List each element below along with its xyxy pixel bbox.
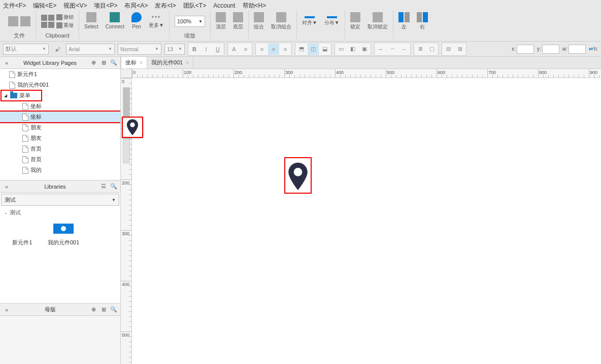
w-input[interactable] <box>569 45 586 54</box>
text-color-button[interactable]: A <box>228 44 240 55</box>
copy-icon[interactable] <box>48 15 54 21</box>
tree-item[interactable]: 新元件1 <box>0 69 120 80</box>
align-left-icon[interactable] <box>398 12 410 22</box>
widget-align-button[interactable]: ⊟ <box>443 44 454 55</box>
selected-widget-pin[interactable] <box>284 157 312 194</box>
menu-edit[interactable]: 编辑<E> <box>33 2 56 10</box>
align-right-icon[interactable] <box>417 12 428 22</box>
open-file-icon[interactable] <box>20 16 30 26</box>
undo-button[interactable]: 撤销 <box>56 14 74 21</box>
bold-button[interactable]: B <box>189 44 200 55</box>
menu-account[interactable]: Account <box>213 2 235 9</box>
distribute-icon[interactable] <box>327 16 337 18</box>
tree-item[interactable]: 首页 <box>0 154 120 165</box>
x-input[interactable] <box>517 45 534 54</box>
libraries-panel: 测试▼ ⌄测试 新元件1 我的元件001 <box>0 193 120 303</box>
tab[interactable]: 我的元件001× <box>147 56 193 68</box>
italic-button[interactable]: I <box>201 44 212 55</box>
menu-publish[interactable]: 发布<I> <box>155 2 176 10</box>
tab-active[interactable]: 坐标× <box>121 56 147 68</box>
halign-right-button[interactable]: ≡ <box>280 44 291 55</box>
menu-team[interactable]: 团队<T> <box>183 2 206 10</box>
pen-icon[interactable] <box>131 12 142 22</box>
collapse-icon[interactable]: « <box>3 183 10 190</box>
menu-help[interactable]: 帮助<H> <box>243 2 266 10</box>
search-icon[interactable]: 🔍 <box>110 59 117 66</box>
library-select[interactable]: 测试▼ <box>1 194 119 206</box>
add-folder-icon[interactable]: ⊞ <box>100 306 107 313</box>
menu-file[interactable]: 文件<F> <box>3 2 26 10</box>
add-master-icon[interactable]: ⊕ <box>90 306 97 313</box>
search-icon[interactable]: 🔍 <box>110 183 117 190</box>
tree-item[interactable]: 首页 <box>0 143 120 154</box>
lock-icon[interactable] <box>350 12 360 22</box>
style-combo[interactable]: 默认▼ <box>3 44 49 55</box>
paint-format-icon[interactable]: 🖌 <box>52 44 63 55</box>
valign-top-button[interactable]: ⬒ <box>296 44 307 55</box>
tree-item[interactable]: 朋友 <box>0 133 120 143</box>
canvas[interactable] <box>132 78 601 364</box>
menu-arrange[interactable]: 布局<A> <box>124 2 148 10</box>
line-style-button[interactable]: ┄ <box>387 44 398 55</box>
tree-item[interactable]: 坐标 <box>0 101 120 112</box>
valign-bottom-button[interactable]: ⬓ <box>319 44 330 55</box>
bullets-button[interactable]: ≡ <box>240 44 251 55</box>
library-group[interactable]: ⌄测试 <box>0 207 120 219</box>
widget-dist-button[interactable]: ⊞ <box>454 44 465 55</box>
tree-folder-menu[interactable]: ◢菜单 <box>1 90 42 101</box>
collapse-icon[interactable]: « <box>3 306 10 313</box>
connect-icon[interactable] <box>110 12 120 22</box>
libraries-panel-header: « Libraries ☰ 🔍 <box>0 180 120 193</box>
padding-button[interactable]: ▢ <box>426 44 438 55</box>
zoom-combo[interactable]: 100%▼ <box>175 16 205 27</box>
line-width-button[interactable]: ─ <box>375 44 386 55</box>
fill-button[interactable]: ▭ <box>336 44 347 55</box>
line-spacing-button[interactable]: ≣ <box>415 44 426 55</box>
size-combo[interactable]: 13▼ <box>164 44 185 55</box>
close-icon[interactable]: × <box>140 60 143 65</box>
coord-x: x: <box>512 45 534 54</box>
horizontal-ruler[interactable]: 0100200300400500600700800900 <box>132 69 601 78</box>
drag-preview-pin[interactable] <box>122 117 143 138</box>
tree-item[interactable]: 我的 <box>0 165 120 175</box>
gradient-button[interactable]: ◧ <box>347 44 358 55</box>
toolbar-zoom-group: 100%▼ 缩放 <box>170 11 211 39</box>
font-combo[interactable]: Arial▼ <box>66 44 115 55</box>
align-icon[interactable] <box>305 16 315 18</box>
cut-icon[interactable] <box>41 15 47 21</box>
duplicate-icon[interactable] <box>48 22 54 28</box>
collapse-icon[interactable]: « <box>3 59 10 66</box>
menu-project[interactable]: 项目<P> <box>94 2 117 10</box>
tree-item[interactable]: 朋友 <box>0 122 120 133</box>
ungroup-icon[interactable] <box>276 12 286 22</box>
y-input[interactable] <box>542 45 559 54</box>
shadow-button[interactable]: ▣ <box>359 44 370 55</box>
weight-combo[interactable]: Normal▼ <box>118 44 161 55</box>
search-icon[interactable]: 🔍 <box>110 306 117 313</box>
valign-middle-button[interactable]: ◫ <box>308 44 319 55</box>
add-folder-icon[interactable]: ⊞ <box>100 59 107 66</box>
add-page-icon[interactable]: ⊕ <box>90 59 97 66</box>
new-file-icon[interactable] <box>8 16 18 26</box>
paste-icon[interactable] <box>41 22 47 28</box>
menu-view[interactable]: 视图<V> <box>63 2 87 10</box>
select-icon[interactable] <box>86 12 96 22</box>
more-icon[interactable]: ••• <box>152 14 161 21</box>
redo-button[interactable]: 重做 <box>56 22 74 29</box>
close-icon[interactable]: × <box>186 60 189 65</box>
send-back-icon[interactable] <box>233 12 243 22</box>
halign-center-button[interactable]: ≡ <box>268 44 279 55</box>
underline-button[interactable]: U <box>212 44 223 55</box>
unlock-icon[interactable] <box>373 12 383 22</box>
library-item[interactable]: 我的元件001 <box>48 224 79 246</box>
halign-left-button[interactable]: ≡ <box>256 44 268 55</box>
bring-front-icon[interactable] <box>216 12 226 22</box>
arrow-button[interactable]: → <box>398 44 410 55</box>
ruler-corner <box>121 69 132 78</box>
group-icon[interactable] <box>254 12 264 22</box>
menu-icon[interactable]: ☰ <box>100 183 107 190</box>
tree-item[interactable]: 我的元件001 <box>0 80 120 90</box>
page-icon <box>9 71 15 78</box>
tree-item-selected[interactable]: 坐标 <box>0 112 120 122</box>
library-item[interactable]: 新元件1 <box>12 224 32 246</box>
